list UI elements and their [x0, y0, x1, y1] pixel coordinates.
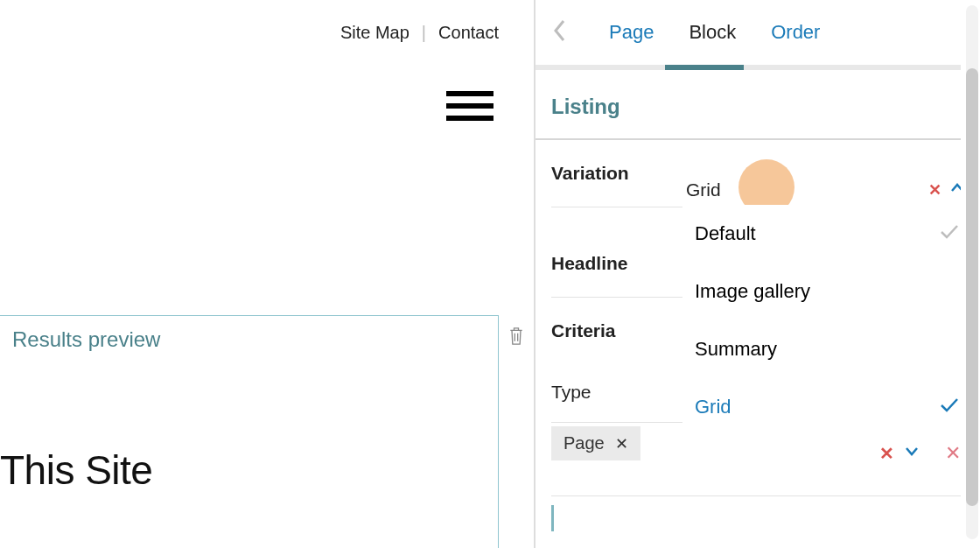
option-default[interactable]: Default	[682, 205, 964, 263]
top-nav: Site Map | Contact	[340, 23, 499, 43]
label-headline: Headline	[551, 230, 682, 298]
label-variation: Variation	[551, 140, 682, 207]
close-icon[interactable]: ✕	[945, 442, 961, 465]
option-label: Default	[695, 222, 756, 245]
option-label: Summary	[695, 338, 777, 361]
option-grid[interactable]: Grid	[682, 378, 964, 436]
scrollbar-thumb[interactable]	[966, 68, 978, 506]
value-actions-row: ✕ ✕	[682, 434, 964, 465]
tab-order[interactable]: Order	[771, 21, 820, 44]
option-summary[interactable]: Summary	[682, 320, 964, 378]
label-criteria: Criteria	[551, 298, 682, 364]
label-type: Type	[551, 364, 682, 423]
check-icon	[940, 222, 959, 245]
page-heading: This Site	[0, 446, 152, 494]
fields-area: Variation Grid ✕	[536, 140, 980, 460]
variation-dropdown: Default Image gallery Summary Gri	[682, 205, 964, 436]
properties-panel: Page Block Order Listing Variation Grid …	[534, 0, 980, 548]
chip-page[interactable]: Page ✕	[551, 426, 640, 460]
link-contact[interactable]: Contact	[438, 23, 499, 43]
option-label: Image gallery	[695, 280, 810, 303]
trash-icon[interactable]	[508, 326, 525, 350]
hamburger-icon[interactable]	[446, 91, 494, 121]
chevron-down-icon[interactable]	[905, 446, 919, 461]
option-label: Grid	[695, 396, 732, 418]
next-section-accent	[551, 505, 964, 531]
chip-label: Page	[564, 433, 605, 453]
chevron-left-icon[interactable]	[546, 18, 574, 47]
scrollbar[interactable]	[966, 5, 978, 539]
tab-bar: Page Block Order	[536, 0, 980, 65]
tab-indicator-active	[665, 65, 744, 70]
content-preview-pane: Site Map | Contact Results preview This …	[0, 0, 534, 548]
section-title-listing: Listing	[536, 70, 980, 140]
option-image-gallery[interactable]: Image gallery	[682, 263, 964, 320]
check-icon	[940, 396, 959, 418]
tab-page[interactable]: Page	[609, 21, 654, 44]
nav-separator: |	[422, 23, 426, 43]
tab-indicator-track	[536, 65, 980, 70]
close-icon[interactable]: ✕	[879, 443, 894, 464]
tab-block[interactable]: Block	[689, 21, 736, 44]
close-icon[interactable]: ✕	[615, 434, 628, 453]
variation-current-text: Grid	[686, 179, 721, 200]
results-preview-title: Results preview	[12, 327, 160, 352]
divider	[551, 495, 964, 496]
link-site-map[interactable]: Site Map	[340, 23, 410, 43]
field-variation: Variation Grid ✕	[551, 140, 964, 230]
close-icon[interactable]: ✕	[928, 180, 942, 200]
